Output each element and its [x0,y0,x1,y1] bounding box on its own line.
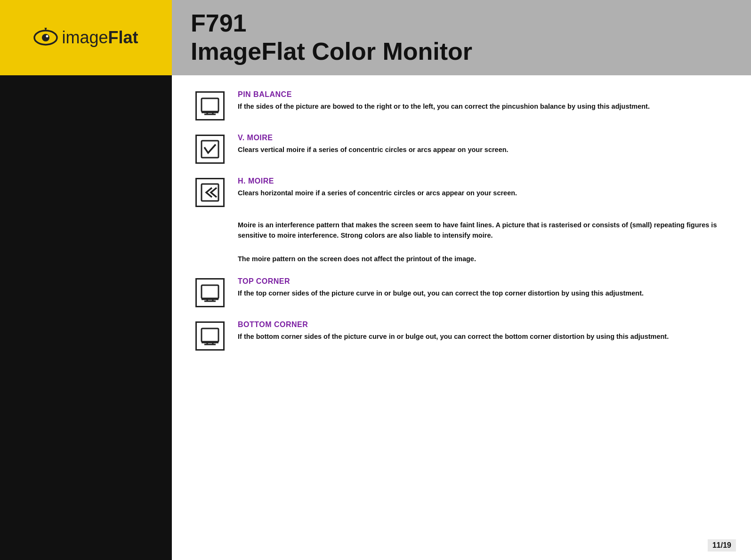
bottom-corner-body: BOTTOM CORNER If the bottom corner sides… [238,320,727,342]
h-moire-text: Clears horizontal moire if a series of c… [238,188,727,199]
h-moire-icon [195,178,225,207]
product-title: F791 ImageFlat Color Monitor [191,9,472,66]
moire-extra1-text: Moire is an interference pattern that ma… [238,220,727,241]
bottom-corner-text: If the bottom corner sides of the pictur… [238,332,727,342]
svg-rect-5 [202,98,218,112]
bottom-corner-title: BOTTOM CORNER [238,320,727,329]
svg-point-2 [46,35,48,38]
moire-extra1-block: Moire is an interference pattern that ma… [195,220,727,241]
pin-balance-section: PIN BALANCE If the sides of the picture … [195,90,727,120]
svg-rect-12 [202,285,218,298]
bottom-corner-icon [195,321,225,351]
pin-balance-icon [195,91,225,120]
top-corner-icon [195,278,225,307]
v-moire-icon [195,135,225,164]
main-area: PIN BALANCE If the sides of the picture … [0,75,751,560]
bottom-corner-section: BOTTOM CORNER If the bottom corner sides… [195,320,727,351]
svg-rect-10 [202,141,218,158]
sidebar [0,75,172,560]
top-corner-text: If the top corner sides of the picture c… [238,288,727,299]
eye-logo-icon [33,28,58,48]
top-corner-body: TOP CORNER If the top corner sides of th… [238,277,727,299]
pin-balance-title: PIN BALANCE [238,90,727,99]
moire-extra2-block: The moire pattern on the screen does not… [195,254,727,264]
pin-balance-body: PIN BALANCE If the sides of the picture … [238,90,727,112]
content-area: PIN BALANCE If the sides of the picture … [172,75,751,560]
v-moire-body: V. MOIRE Clears vertical moire if a seri… [238,134,727,155]
v-moire-title: V. MOIRE [238,134,727,142]
top-corner-section: TOP CORNER If the top corner sides of th… [195,277,727,307]
header: imageFlat F791 ImageFlat Color Monitor [0,0,751,75]
svg-rect-17 [202,328,218,342]
h-moire-section: H. MOIRE Clears horizontal moire if a se… [195,177,727,207]
page-number: 11/19 [708,539,736,552]
svg-point-4 [45,28,47,29]
top-corner-title: TOP CORNER [238,277,727,286]
v-moire-text: Clears vertical moire if a series of con… [238,145,727,155]
pin-balance-text: If the sides of the picture are bowed to… [238,102,727,112]
h-moire-body: H. MOIRE Clears horizontal moire if a se… [238,177,727,199]
svg-point-1 [42,34,49,41]
h-moire-title: H. MOIRE [238,177,727,185]
logo-area: imageFlat [0,0,172,75]
v-moire-section: V. MOIRE Clears vertical moire if a seri… [195,134,727,164]
header-title-area: F791 ImageFlat Color Monitor [172,0,751,75]
logo-text: imageFlat [62,28,138,48]
moire-extra2-text: The moire pattern on the screen does not… [238,254,727,264]
